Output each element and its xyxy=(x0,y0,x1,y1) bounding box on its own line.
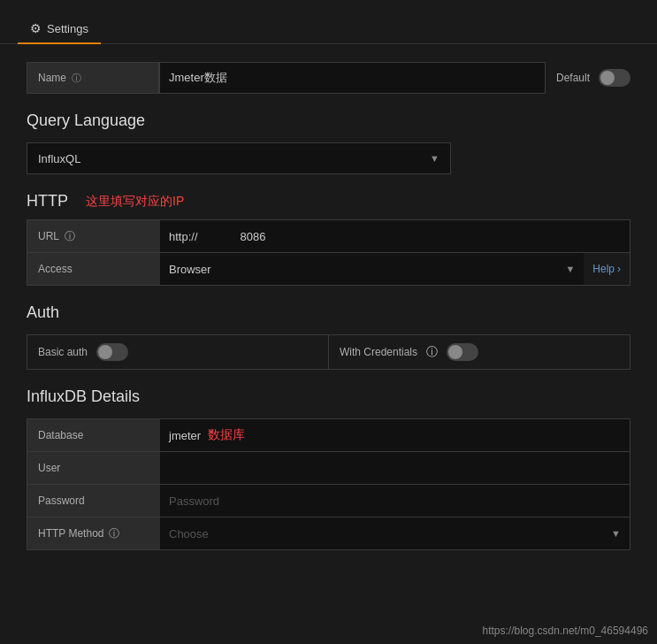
query-language-value: InfluxQL xyxy=(38,152,80,165)
credentials-toggle-knob xyxy=(448,345,462,359)
query-language-title: Query Language xyxy=(27,111,630,130)
http-method-placeholder: Choose xyxy=(169,527,209,540)
user-label: User xyxy=(27,452,160,484)
http-method-label: HTTP Method ⓘ xyxy=(27,518,160,549)
name-input[interactable] xyxy=(159,62,546,94)
access-chevron-icon: ▼ xyxy=(565,264,575,274)
basic-auth-toggle-knob xyxy=(98,345,112,359)
http-header: HTTP 这里填写对应的IP xyxy=(27,192,630,211)
password-value-cell xyxy=(160,485,630,517)
default-toggle[interactable] xyxy=(599,69,630,87)
url-row: URL ⓘ http:// 8086 xyxy=(27,220,630,253)
db-content: jmeter 数据库 xyxy=(160,419,630,451)
url-display[interactable]: http:// 8086 xyxy=(160,220,630,252)
http-method-row: HTTP Method ⓘ Choose ▼ xyxy=(27,518,630,549)
database-hint: 数据库 xyxy=(208,427,245,443)
database-label: Database xyxy=(27,419,160,451)
user-value-cell xyxy=(160,452,630,484)
name-row: Name ⓘ Default xyxy=(27,62,630,94)
password-row: Password xyxy=(27,485,630,518)
name-info-icon[interactable]: ⓘ xyxy=(72,72,81,85)
access-row: Access Browser ▼ Help › xyxy=(27,253,630,285)
query-language-row: InfluxQL ▼ xyxy=(27,142,630,174)
user-input[interactable] xyxy=(160,452,630,484)
http-table: URL ⓘ http:// 8086 Access Browser ▼ xyxy=(27,219,630,286)
password-label: Password xyxy=(27,485,160,517)
access-value-cell: Browser ▼ xyxy=(160,253,584,285)
tab-bar: ⚙ Settings xyxy=(0,0,657,44)
database-row: Database jmeter 数据库 xyxy=(27,419,630,452)
basic-auth-toggle[interactable] xyxy=(96,343,128,361)
url-label: URL ⓘ xyxy=(27,220,160,252)
http-method-value-cell: Choose ▼ xyxy=(160,518,630,549)
user-row: User xyxy=(27,452,630,485)
default-label: Default xyxy=(556,72,590,84)
database-value-cell: jmeter 数据库 xyxy=(160,419,630,451)
tab-settings[interactable]: ⚙ Settings xyxy=(18,14,101,44)
http-method-dropdown[interactable]: Choose ▼ xyxy=(160,518,630,549)
http-hint: 这里填写对应的IP xyxy=(86,194,184,210)
http-method-info-icon[interactable]: ⓘ xyxy=(109,526,119,541)
auth-row: Basic auth With Credentials ⓘ xyxy=(27,334,630,370)
basic-auth-cell: Basic auth xyxy=(27,343,328,361)
toggle-knob xyxy=(600,71,615,85)
chevron-down-icon: ▼ xyxy=(430,153,439,164)
access-value: Browser xyxy=(169,263,211,276)
method-chevron-icon: ▼ xyxy=(611,528,621,539)
url-value-cell: http:// 8086 xyxy=(160,220,630,252)
password-input[interactable] xyxy=(160,485,630,517)
watermark: https://blog.csdn.net/m0_46594496 xyxy=(483,625,648,637)
with-credentials-label: With Credentials xyxy=(340,346,417,358)
access-label: Access xyxy=(27,253,160,285)
credentials-info-icon[interactable]: ⓘ xyxy=(426,344,438,360)
auth-title: Auth xyxy=(27,303,630,322)
basic-auth-label: Basic auth xyxy=(38,346,88,358)
help-arrow-icon: › xyxy=(617,263,621,275)
database-value: jmeter xyxy=(169,429,201,442)
name-label: Name ⓘ xyxy=(27,62,159,94)
url-info-icon[interactable]: ⓘ xyxy=(65,229,75,244)
query-language-dropdown[interactable]: InfluxQL ▼ xyxy=(27,142,451,174)
details-table: Database jmeter 数据库 User Password xyxy=(27,418,630,550)
default-area: Default xyxy=(556,69,630,87)
influxdb-title: InfluxDB Details xyxy=(27,387,630,406)
help-link[interactable]: Help › xyxy=(584,253,630,285)
tab-settings-label: Settings xyxy=(47,22,88,35)
with-credentials-cell: With Credentials ⓘ xyxy=(329,343,630,361)
with-credentials-toggle[interactable] xyxy=(447,343,478,361)
settings-icon: ⚙ xyxy=(30,21,42,35)
http-title: HTTP xyxy=(27,192,68,211)
access-dropdown[interactable]: Browser ▼ xyxy=(160,253,584,285)
main-content: Name ⓘ Default Query Language InfluxQL ▼… xyxy=(0,44,657,568)
